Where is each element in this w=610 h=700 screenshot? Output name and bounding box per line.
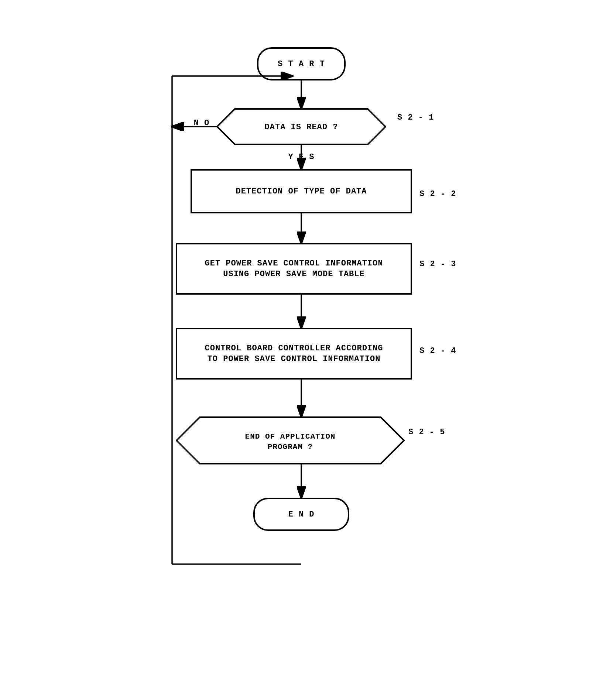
start-node: S T A R T xyxy=(257,47,346,80)
decision2-node: END OF APPLICATION PROGRAM ? xyxy=(176,416,405,464)
svg-text:PROGRAM ?: PROGRAM ? xyxy=(268,443,313,451)
step-s2-1: S 2 - 1 xyxy=(397,113,434,122)
step-s2-3: S 2 - 3 xyxy=(419,260,456,269)
flowchart: S T A R T S 2 - 1 DATA IS READ ? N O Y E… xyxy=(139,36,471,664)
decision1-node: DATA IS READ ? xyxy=(216,108,386,145)
step1-node: DETECTION OF TYPE OF DATA xyxy=(191,169,412,213)
end-node: E N D xyxy=(253,498,349,531)
step-s2-2: S 2 - 2 xyxy=(419,189,456,199)
step-s2-5: S 2 - 5 xyxy=(408,428,445,437)
step2-node: GET POWER SAVE CONTROL INFORMATION USING… xyxy=(176,243,412,295)
step-s2-4: S 2 - 4 xyxy=(419,346,456,356)
svg-text:DATA IS READ ?: DATA IS READ ? xyxy=(265,123,338,132)
yes-label: Y E S xyxy=(283,147,320,167)
step3-node: CONTROL BOARD CONTROLLER ACCORDING TO PO… xyxy=(176,328,412,380)
no-label: N O xyxy=(187,116,216,130)
svg-text:END OF APPLICATION: END OF APPLICATION xyxy=(245,432,336,441)
